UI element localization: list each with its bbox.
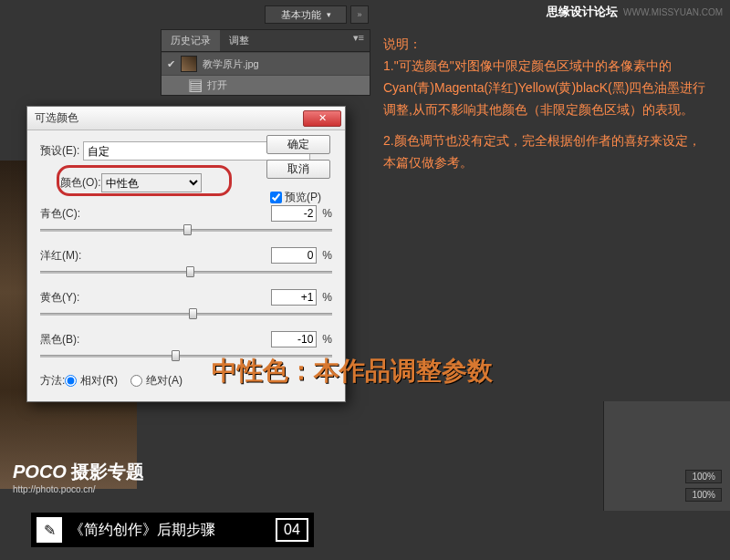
open-icon: ▤ bbox=[189, 79, 202, 92]
preview-label: 预览(P) bbox=[285, 190, 321, 205]
dialog-title: 可选颜色 bbox=[35, 110, 78, 126]
footer-step-number: 04 bbox=[276, 518, 308, 542]
method-label: 方法: bbox=[40, 373, 65, 389]
poco-watermark: POCO 摄影专题 http://photo.poco.cn/ bbox=[13, 460, 144, 494]
slider-track[interactable] bbox=[40, 265, 332, 278]
preset-label: 预设(E): bbox=[40, 143, 79, 159]
preview-checkbox[interactable] bbox=[270, 192, 282, 203]
method-relative-radio[interactable] bbox=[65, 375, 77, 387]
history-step[interactable]: ▤ 打开 bbox=[162, 75, 370, 95]
watermark: 思缘设计论坛WWW.MISSYUAN.COM bbox=[547, 4, 723, 20]
panel-tabs: 历史记录 调整 ▾≡ bbox=[162, 30, 370, 52]
slider-label: 青色(C): bbox=[40, 206, 97, 222]
color-label: 颜色(O): bbox=[60, 175, 101, 191]
method-absolute-radio[interactable] bbox=[130, 375, 142, 387]
tab-adjust[interactable]: 调整 bbox=[220, 30, 258, 51]
slider-label: 黄色(Y): bbox=[40, 290, 97, 306]
ok-button[interactable]: 确定 bbox=[266, 135, 330, 154]
brush-icon: ✔ bbox=[167, 58, 175, 70]
slider-value-input[interactable] bbox=[271, 247, 317, 264]
tab-history[interactable]: 历史记录 bbox=[162, 30, 220, 51]
slider-value-input[interactable] bbox=[271, 289, 317, 306]
history-panel: 历史记录 调整 ▾≡ ✔ 教学原片.jpg ▤ 打开 bbox=[161, 29, 370, 96]
color-select[interactable]: 中性色 bbox=[101, 173, 202, 192]
history-root[interactable]: ✔ 教学原片.jpg bbox=[162, 52, 370, 75]
slider-thumb[interactable] bbox=[183, 224, 192, 235]
slider-thumb[interactable] bbox=[186, 266, 194, 277]
slider-value-input[interactable] bbox=[271, 331, 317, 347]
slider-thumb[interactable] bbox=[189, 308, 197, 319]
fill-value[interactable]: 100% bbox=[685, 488, 722, 502]
history-label: 教学原片.jpg bbox=[203, 57, 259, 71]
history-thumb bbox=[181, 56, 197, 72]
layers-strip: 100% 100% bbox=[603, 401, 730, 511]
workspace-switcher[interactable]: 基本功能 bbox=[265, 5, 347, 24]
annotation-caption: 中性色：本作品调整参数 bbox=[212, 354, 493, 389]
explanation-text: 说明： 1."可选颜色"对图像中限定颜色区域中的各像素中的Cyan(青)Mage… bbox=[383, 33, 712, 173]
opacity-value[interactable]: 100% bbox=[685, 470, 722, 483]
history-label: 打开 bbox=[207, 78, 227, 92]
method-absolute-label: 绝对(A) bbox=[146, 373, 182, 389]
slider-value-input[interactable] bbox=[271, 205, 317, 222]
slider-label: 黑色(B): bbox=[40, 332, 97, 347]
cancel-button[interactable]: 取消 bbox=[266, 160, 330, 179]
footer-icon: ✎ bbox=[36, 517, 62, 543]
slider-thumb[interactable] bbox=[172, 350, 180, 361]
slider-label: 洋红(M): bbox=[40, 248, 97, 264]
footer-title: 《简约创作》后期步骤 bbox=[69, 521, 215, 540]
panel-menu-icon[interactable]: ▾≡ bbox=[348, 30, 370, 51]
workspace-expand[interactable]: » bbox=[350, 5, 369, 24]
tutorial-footer: ✎ 《简约创作》后期步骤 04 bbox=[31, 513, 314, 547]
slider-track[interactable] bbox=[40, 223, 332, 236]
close-icon[interactable]: ✕ bbox=[303, 110, 341, 127]
slider-track[interactable] bbox=[40, 307, 332, 320]
method-relative-label: 相对(R) bbox=[80, 373, 118, 389]
dialog-titlebar[interactable]: 可选颜色 ✕ bbox=[27, 107, 345, 130]
